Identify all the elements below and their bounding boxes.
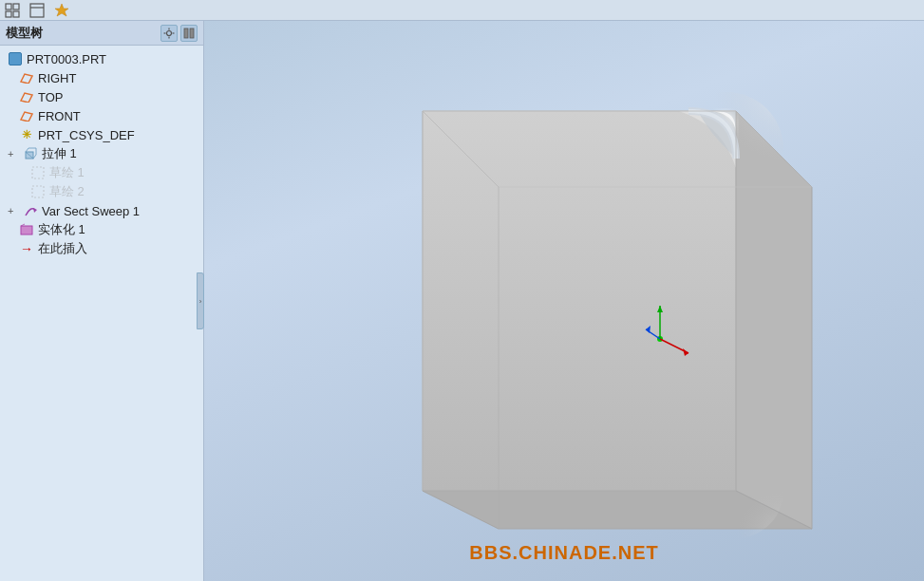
- svg-rect-19: [32, 167, 44, 178]
- panel-collapse-handle[interactable]: ›: [197, 272, 204, 329]
- svg-marker-49: [657, 306, 663, 312]
- sweep-icon: [23, 203, 38, 218]
- svg-point-30: [669, 92, 783, 206]
- svg-rect-4: [30, 4, 44, 17]
- settings-button[interactable]: [160, 25, 178, 42]
- svg-rect-22: [21, 226, 32, 234]
- viewport-background: BBS.CHINADE.NET: [204, 21, 924, 581]
- top-toolbar: [0, 0, 924, 21]
- sketch-icon1: [30, 165, 46, 180]
- svg-rect-3: [13, 11, 19, 17]
- tree-item-label-insert: 在此插入: [38, 240, 87, 257]
- tree-item-label-extrude1: 拉伸 1: [42, 145, 77, 162]
- svg-rect-0: [6, 4, 11, 9]
- tree-item-prt0003[interactable]: PRT0003.PRT: [0, 49, 203, 68]
- tree-item-label-front: FRONT: [38, 109, 81, 123]
- svg-marker-15: [21, 93, 32, 103]
- columns-button[interactable]: [180, 25, 198, 42]
- plane-icon-top: [19, 89, 34, 104]
- panel-title: 模型树: [6, 25, 157, 42]
- tree-item-label-prt0003: PRT0003.PRT: [27, 52, 106, 66]
- tree-item-label-top: TOP: [38, 90, 64, 104]
- tree-item-label-csys: PRT_CSYS_DEF: [38, 128, 135, 142]
- tree-item-label-sweep: Var Sect Sweep 1: [42, 204, 140, 218]
- tree-item-label-sketch1: 草绘 1: [49, 164, 85, 181]
- svg-rect-13: [190, 28, 194, 38]
- csys-icon: ✳: [19, 127, 34, 142]
- tree-item-label-right: RIGHT: [38, 71, 76, 85]
- tree-item-sketch2[interactable]: 草绘 2: [0, 182, 203, 201]
- tree-item-label-sketch2: 草绘 2: [49, 183, 85, 200]
- tree-item-front[interactable]: FRONT: [0, 106, 203, 125]
- svg-marker-6: [55, 4, 68, 16]
- svg-rect-1: [13, 4, 19, 9]
- extrude-icon: [23, 146, 38, 161]
- left-panel: 模型树: [0, 21, 204, 581]
- tree-item-label-solidify1: 实体化 1: [38, 221, 85, 238]
- viewport[interactable]: BBS.CHINADE.NET: [204, 21, 924, 581]
- svg-marker-21: [33, 208, 37, 213]
- expand-sweep[interactable]: +: [8, 205, 21, 216]
- svg-marker-16: [21, 112, 32, 122]
- watermark: BBS.CHINADE.NET: [469, 542, 658, 564]
- expand-extrude1[interactable]: +: [8, 148, 21, 159]
- tree-item-csys[interactable]: ✳ PRT_CSYS_DEF: [0, 125, 203, 144]
- svg-marker-14: [21, 74, 32, 84]
- svg-rect-20: [32, 186, 44, 197]
- panel-header: 模型树: [0, 21, 203, 46]
- plane-icon-front: [19, 108, 34, 123]
- insert-icon: →: [19, 241, 34, 256]
- svg-point-7: [167, 30, 172, 35]
- tree-item-extrude1[interactable]: + 拉伸 1: [0, 144, 203, 163]
- sketch-icon2: [30, 184, 46, 199]
- tree-item-insert-here[interactable]: → 在此插入: [0, 239, 203, 258]
- svg-rect-2: [6, 11, 11, 17]
- 3d-model-view: [280, 35, 888, 567]
- window-icon[interactable]: [28, 2, 46, 19]
- tree-area: PRT0003.PRT RIGHT: [0, 46, 203, 581]
- plane-icon-right: [19, 70, 34, 85]
- panel-header-icons: [160, 25, 198, 42]
- star-icon[interactable]: [53, 2, 70, 19]
- grid-icon[interactable]: [4, 2, 21, 19]
- main-layout: 模型树: [0, 21, 924, 581]
- tree-item-top[interactable]: TOP: [0, 87, 203, 106]
- tree-item-var-sect-sweep[interactable]: + Var Sect Sweep 1: [0, 201, 203, 220]
- svg-rect-12: [184, 28, 188, 38]
- tree-item-sketch1[interactable]: 草绘 1: [0, 163, 203, 182]
- solidify-icon: [19, 222, 34, 237]
- tree-item-solidify1[interactable]: 实体化 1: [0, 220, 203, 239]
- prt-icon: [8, 51, 23, 66]
- tree-item-right[interactable]: RIGHT: [0, 68, 203, 87]
- coordinate-axes: [641, 291, 698, 367]
